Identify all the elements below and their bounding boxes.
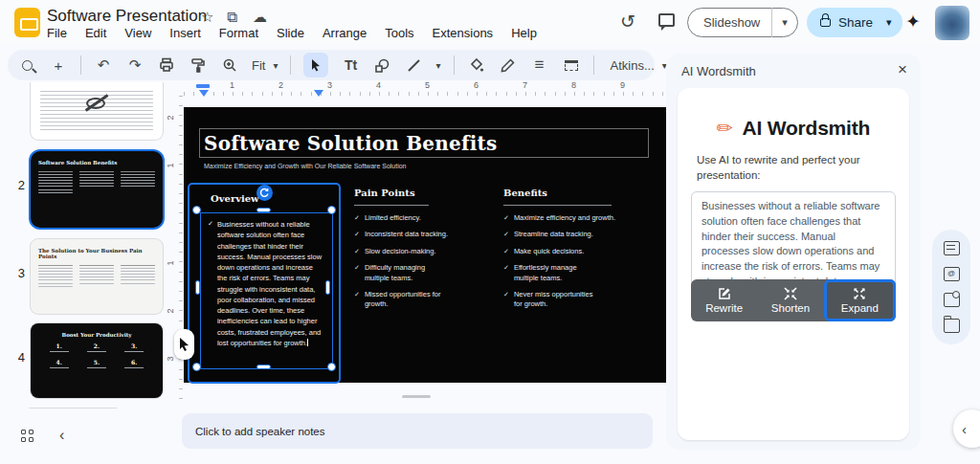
pain-points-column[interactable]: Pain Points ✓Limited efficiency. ✓Incons… xyxy=(354,188,450,309)
menu-arrange[interactable]: Arrange xyxy=(323,26,367,40)
resize-handle[interactable] xyxy=(195,280,200,295)
slideshow-button[interactable]: Slideshow ▾ xyxy=(687,8,798,37)
document-title[interactable]: Software Presentation xyxy=(47,7,207,26)
menu-tools[interactable]: Tools xyxy=(385,26,413,40)
grid-view-icon[interactable] xyxy=(21,430,33,442)
ai-wordsmith-panel: AI Wordsmith × ✏ AI Wordsmith Use AI to … xyxy=(666,54,921,450)
expand-button[interactable]: Expand xyxy=(824,279,896,321)
ai-card-subtitle: Use AI to rewrite and perfect your prese… xyxy=(697,152,890,183)
menu-edit[interactable]: Edit xyxy=(85,26,106,40)
fit-caret-icon: ▾ xyxy=(273,60,278,71)
slideshow-caret-icon[interactable]: ▾ xyxy=(772,16,797,29)
copies-icon[interactable]: @ xyxy=(944,267,960,281)
ruler-indent-marker[interactable] xyxy=(196,84,210,88)
close-icon[interactable]: × xyxy=(898,60,907,79)
menu-slide[interactable]: Slide xyxy=(277,26,304,40)
theme-select[interactable]: Atkins... ▾ xyxy=(607,58,671,73)
border-dash-icon[interactable] xyxy=(562,55,581,75)
comment-icon[interactable] xyxy=(658,13,675,27)
shorten-button[interactable]: Shorten xyxy=(757,279,823,321)
text-box-tool[interactable]: Tt xyxy=(341,55,360,75)
menu-bar: File Edit View Insert Format Slide Arran… xyxy=(47,26,537,40)
notes-resize-handle[interactable] xyxy=(402,395,431,398)
rewrite-button[interactable]: Rewrite xyxy=(691,279,757,321)
redo-icon[interactable]: ↷ xyxy=(125,55,145,75)
folder-icon[interactable] xyxy=(944,319,960,333)
new-slide-plus-icon[interactable]: + xyxy=(49,55,68,75)
benefits-column[interactable]: Benefits ✓Maximize efficiency and growth… xyxy=(503,188,616,309)
mouse-cursor xyxy=(174,329,194,360)
ruler-indent-triangle[interactable] xyxy=(199,90,209,101)
share-caret-icon[interactable]: ▾ xyxy=(882,16,902,29)
slides-logo[interactable] xyxy=(14,8,40,37)
gemini-spark-icon[interactable]: ✦ xyxy=(905,11,921,33)
check-icon: ✓ xyxy=(503,247,509,256)
collapse-filmstrip-icon[interactable]: ‹ xyxy=(59,427,64,444)
check-icon: ✓ xyxy=(354,290,360,309)
user-avatar[interactable] xyxy=(935,6,969,40)
overview-textbox[interactable]: ✓ Businesses without a reliable software… xyxy=(200,212,333,369)
check-icon: ✓ xyxy=(208,219,213,348)
horizontal-ruler: 1 2 3 4 5 6 7 8 9 xyxy=(184,82,670,96)
share-button[interactable]: Share ▾ xyxy=(807,8,902,37)
rotate-handle-icon[interactable] xyxy=(256,185,273,201)
line-caret-icon[interactable]: ▾ xyxy=(435,60,440,71)
panel-header-title: AI Wordsmith xyxy=(681,64,756,78)
thumbnail-slide-1[interactable] xyxy=(31,82,163,140)
resize-handle[interactable] xyxy=(325,280,330,295)
thumbnail-slide-3[interactable]: The Solution to Your Business Pain Point… xyxy=(31,239,163,314)
menu-format[interactable]: Format xyxy=(219,26,258,40)
text-cursor xyxy=(307,339,308,346)
slide-title-placeholder[interactable]: Software Solution Benefits xyxy=(199,128,649,158)
resize-handle[interactable] xyxy=(256,365,271,369)
check-icon: ✓ xyxy=(354,230,360,239)
check-icon: ✓ xyxy=(503,290,509,309)
check-icon: ✓ xyxy=(503,230,509,239)
image-search-icon[interactable] xyxy=(944,293,960,307)
resize-handle[interactable] xyxy=(327,206,336,214)
overview-text: Businesses without a reliable software s… xyxy=(217,219,324,348)
collapse-panel-icon[interactable]: ‹ xyxy=(953,409,980,448)
resize-handle[interactable] xyxy=(327,363,336,371)
line-tool-icon[interactable] xyxy=(404,55,423,75)
border-weight-icon[interactable]: ≡ xyxy=(530,55,549,75)
slide-number: 2 xyxy=(10,178,25,192)
ai-actions-bar: Rewrite Shorten Expand xyxy=(691,279,896,321)
thumbnail-slide-2[interactable]: Software Solution Benefits xyxy=(31,151,163,228)
star-icon[interactable]: ☆ xyxy=(201,9,213,26)
move-folder-icon[interactable]: ⧉ xyxy=(227,9,237,26)
doc-card-icon[interactable] xyxy=(944,241,960,255)
speaker-notes-input[interactable]: Click to add speaker notes xyxy=(182,413,653,449)
resize-handle[interactable] xyxy=(192,206,201,214)
menu-help[interactable]: Help xyxy=(511,26,537,40)
fill-color-icon[interactable] xyxy=(467,55,486,75)
print-icon[interactable] xyxy=(157,55,176,75)
slide-subtitle[interactable]: Maximize Efficiency and Growth with Our … xyxy=(204,163,407,169)
paint-format-icon[interactable] xyxy=(189,55,208,75)
resize-handle[interactable] xyxy=(256,208,271,212)
select-tool-icon[interactable] xyxy=(303,53,328,77)
menu-view[interactable]: View xyxy=(124,26,151,40)
menu-file[interactable]: File xyxy=(47,26,67,40)
ai-text-input[interactable]: Businesses without a reliable software s… xyxy=(691,191,896,291)
slide-number: 4 xyxy=(10,350,25,365)
undo-icon[interactable]: ↶ xyxy=(94,55,113,75)
pain-points-heading: Pain Points xyxy=(354,188,450,198)
thumbnail-slide-4[interactable]: Boost Your Productivity 1. 2. 3. 4. 5. 6… xyxy=(31,323,163,398)
side-panel-strip: @ xyxy=(932,230,970,344)
zoom-in-icon[interactable] xyxy=(220,55,239,75)
menu-extensions[interactable]: Extensions xyxy=(433,26,494,40)
version-history-icon[interactable]: ↺ xyxy=(620,11,635,33)
overview-heading[interactable]: Overview xyxy=(211,193,259,204)
slide-canvas[interactable]: Software Solution Benefits Maximize Effi… xyxy=(184,107,667,383)
ruler-tab-triangle[interactable] xyxy=(314,90,323,101)
check-icon: ✓ xyxy=(354,247,360,256)
resize-handle[interactable] xyxy=(192,363,201,371)
zoom-fit-select[interactable]: Fit ▾ xyxy=(252,58,278,73)
search-menus-icon[interactable] xyxy=(17,55,36,75)
border-color-pen-icon[interactable] xyxy=(499,55,518,75)
shapes-tool-icon[interactable] xyxy=(372,55,391,75)
menu-insert[interactable]: Insert xyxy=(169,26,201,40)
check-icon: ✓ xyxy=(503,263,509,282)
overview-selection-box[interactable]: Overview ✓ Businesses without a reliable… xyxy=(188,183,341,384)
